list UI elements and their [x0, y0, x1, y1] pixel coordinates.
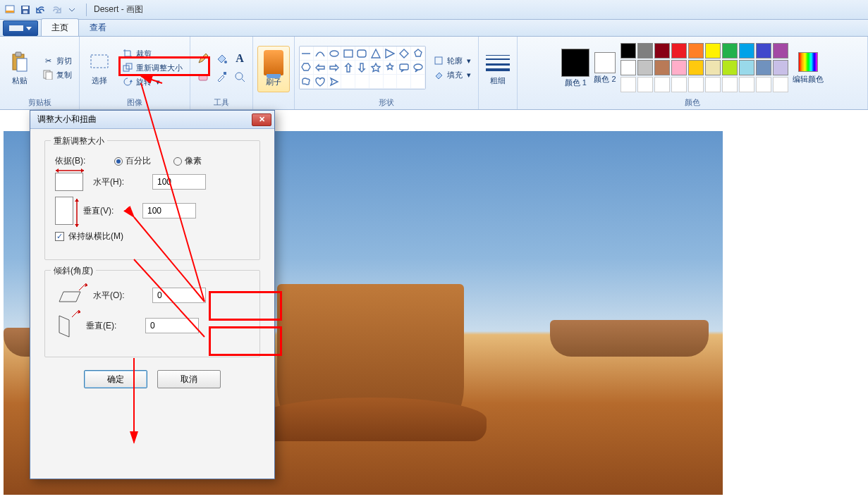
color-swatch[interactable]	[773, 43, 788, 58]
svg-rect-20	[400, 64, 408, 70]
color-swatch[interactable]	[637, 60, 653, 75]
undo-icon[interactable]	[35, 4, 47, 16]
color-swatch[interactable]	[671, 43, 687, 58]
file-menu-button[interactable]	[3, 20, 38, 36]
svg-line-30	[134, 259, 204, 337]
group-thickness: 粗细	[479, 37, 518, 109]
resize-v-icon	[55, 197, 73, 225]
group-label: 剪贴板	[28, 96, 51, 108]
svg-rect-3	[23, 6, 28, 9]
color-swatch-empty[interactable]	[637, 77, 653, 92]
cut-button[interactable]: ✂剪切	[39, 54, 75, 67]
svg-rect-19	[357, 50, 366, 57]
color-swatch[interactable]	[722, 60, 738, 75]
color-swatch[interactable]	[756, 60, 771, 75]
edit-colors-button[interactable]: 编辑颜色	[793, 52, 824, 83]
color-swatch[interactable]	[705, 60, 721, 75]
copy-button[interactable]: 复制	[39, 68, 75, 81]
svg-rect-18	[344, 50, 353, 57]
group-label: 形状	[379, 96, 394, 108]
svg-rect-4	[23, 11, 27, 13]
svg-point-21	[414, 64, 422, 70]
brush-button[interactable]: 刷子	[257, 46, 290, 92]
paste-button[interactable]: 粘贴	[4, 43, 35, 92]
color-swatch-empty[interactable]	[773, 77, 788, 92]
select-icon	[88, 51, 111, 73]
crop-icon	[122, 48, 133, 59]
svg-rect-7	[17, 58, 27, 71]
close-button[interactable]: ✕	[252, 113, 271, 126]
paste-icon	[8, 51, 31, 73]
resize-button[interactable]: 重新调整大小	[119, 61, 185, 74]
color-palette[interactable]	[621, 43, 788, 92]
shapes-gallery[interactable]	[299, 46, 426, 90]
color-swatch-empty[interactable]	[654, 77, 670, 92]
color-swatch[interactable]	[739, 60, 754, 75]
color-swatch[interactable]	[705, 43, 721, 58]
close-icon: ✕	[259, 115, 265, 124]
color-swatch[interactable]	[688, 60, 704, 75]
svg-line-25	[79, 283, 86, 290]
text-tool[interactable]: A	[231, 50, 248, 67]
rainbow-icon	[798, 52, 818, 72]
svg-line-27	[141, 83, 204, 302]
redo-icon[interactable]	[51, 4, 62, 16]
tab-home[interactable]: 主页	[41, 18, 79, 36]
color-swatch-empty[interactable]	[671, 77, 687, 92]
title-bar: Desert - 画图	[0, 0, 868, 20]
pencil-tool[interactable]	[195, 50, 212, 67]
window-title: Desert - 画图	[91, 4, 143, 16]
color-swatch-empty[interactable]	[722, 77, 738, 92]
color-swatch[interactable]	[637, 43, 653, 58]
color-swatch-empty[interactable]	[705, 77, 721, 92]
skew-v-icon	[55, 312, 76, 340]
tab-view[interactable]: 查看	[79, 18, 117, 36]
color-swatch[interactable]	[739, 43, 754, 58]
color-swatch[interactable]	[654, 43, 670, 58]
color-swatch[interactable]	[621, 43, 636, 58]
svg-point-17	[330, 51, 338, 56]
shape-outline-button[interactable]: 轮廓▾	[430, 54, 474, 67]
svg-rect-6	[16, 52, 21, 56]
color-swatch-empty[interactable]	[756, 77, 771, 92]
group-clipboard: 粘贴 ✂剪切 复制 剪贴板	[0, 37, 80, 109]
group-colors: 颜色 1 颜色 2 编辑颜色 颜色	[518, 37, 868, 109]
app-icon	[4, 4, 16, 16]
brush-icon	[264, 50, 283, 75]
save-icon[interactable]	[20, 4, 31, 16]
svg-rect-10	[91, 55, 108, 68]
color-swatch[interactable]	[671, 60, 687, 75]
svg-line-28	[141, 76, 162, 83]
qat-dropdown-icon[interactable]	[66, 4, 78, 16]
svg-rect-22	[435, 57, 442, 64]
resize-icon	[122, 62, 133, 73]
color1-swatch	[561, 49, 589, 77]
skew-h-icon	[55, 285, 83, 306]
crop-button[interactable]: 裁剪	[119, 47, 185, 60]
color2-button[interactable]: 颜色 2	[594, 52, 616, 83]
color-swatch[interactable]	[756, 43, 771, 58]
color-swatch[interactable]	[773, 60, 788, 75]
fill-tool[interactable]	[213, 50, 230, 67]
color1-button[interactable]: 颜色 1	[561, 49, 589, 87]
shape-fill-button[interactable]: 填充▾	[430, 68, 474, 81]
dialog-title: 调整大小和扭曲	[37, 113, 97, 125]
fill-icon	[433, 69, 444, 80]
color-swatch[interactable]	[722, 43, 738, 58]
thickness-button[interactable]: 粗细	[483, 54, 513, 85]
group-shapes: 轮廓▾ 填充▾ 形状	[295, 37, 479, 109]
ribbon-tabs: 主页 查看	[0, 20, 868, 37]
annotation-arrow	[92, 76, 233, 474]
color-swatch-empty[interactable]	[688, 77, 704, 92]
svg-point-13	[224, 61, 227, 63]
svg-line-29	[134, 217, 204, 302]
svg-line-26	[72, 310, 79, 317]
zoom-tool[interactable]	[231, 68, 248, 85]
color-swatch[interactable]	[654, 60, 670, 75]
resize-h-icon	[55, 173, 83, 191]
color-swatch-empty[interactable]	[621, 77, 636, 92]
color-swatch[interactable]	[688, 43, 704, 58]
svg-rect-15	[224, 72, 226, 75]
color-swatch[interactable]	[621, 60, 636, 75]
color-swatch-empty[interactable]	[739, 77, 754, 92]
